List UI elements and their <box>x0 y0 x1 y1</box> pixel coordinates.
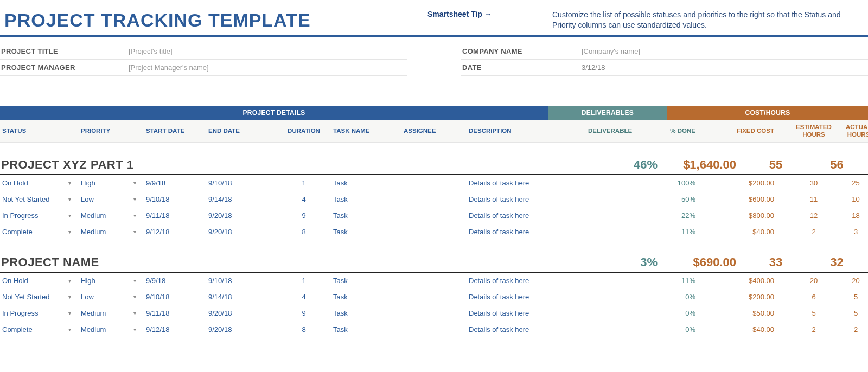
cell-pct-done[interactable]: 50% <box>646 193 705 206</box>
cell-assignee[interactable] <box>401 214 467 218</box>
cell-act[interactable]: 10 <box>844 193 868 206</box>
cell-start[interactable]: 9/9/18 <box>144 274 206 287</box>
cell-deliverable[interactable] <box>586 197 646 202</box>
cell-duration[interactable]: 8 <box>277 226 331 238</box>
cell-act[interactable]: 3 <box>844 226 868 238</box>
cell-status[interactable]: Not Yet Started▾ <box>0 193 79 206</box>
cell-start[interactable]: 9/10/18 <box>144 291 206 303</box>
cell-est[interactable]: 2 <box>784 323 844 336</box>
cell-assignee[interactable] <box>401 311 467 316</box>
cell-status[interactable]: Complete▾ <box>0 226 79 238</box>
cell-deliverable[interactable] <box>586 311 646 316</box>
cell-assignee[interactable] <box>401 295 467 299</box>
cell-cost[interactable]: $40.00 <box>705 226 784 238</box>
cell-task[interactable]: Task <box>331 193 401 206</box>
col-start[interactable]: START DATE <box>144 124 206 138</box>
cell-start[interactable]: 9/12/18 <box>144 323 206 336</box>
cell-duration[interactable]: 1 <box>277 274 331 287</box>
col-end[interactable]: END DATE <box>206 124 277 138</box>
cell-description[interactable]: Details of task here <box>467 209 586 222</box>
col-fixed-cost[interactable]: FIXED COST <box>705 124 784 138</box>
cell-description[interactable]: Details of task here <box>467 274 586 287</box>
cell-deliverable[interactable] <box>586 279 646 283</box>
cell-est[interactable]: 12 <box>784 209 844 222</box>
cell-pct-done[interactable]: 0% <box>646 323 705 336</box>
cell-priority[interactable]: Medium▾ <box>79 307 144 319</box>
cell-priority[interactable]: High▾ <box>79 177 144 189</box>
cell-priority[interactable]: High▾ <box>79 274 144 287</box>
cell-assignee[interactable] <box>401 181 467 185</box>
cell-description[interactable]: Details of task here <box>467 193 586 206</box>
cell-cost[interactable]: $50.00 <box>705 307 784 319</box>
cell-act[interactable]: 25 <box>844 177 868 189</box>
cell-deliverable[interactable] <box>586 214 646 218</box>
cell-end[interactable]: 9/10/18 <box>206 274 277 287</box>
cell-description[interactable]: Details of task here <box>467 177 586 189</box>
cell-cost[interactable]: $400.00 <box>705 274 784 287</box>
cell-pct-done[interactable]: 0% <box>646 307 705 319</box>
cell-end[interactable]: 9/20/18 <box>206 323 277 336</box>
cell-priority[interactable]: Low▾ <box>79 291 144 303</box>
cell-cost[interactable]: $800.00 <box>705 209 784 222</box>
cell-assignee[interactable] <box>401 230 467 234</box>
col-duration[interactable]: DURATION <box>277 124 331 138</box>
cell-task[interactable]: Task <box>331 307 401 319</box>
cell-end[interactable]: 9/10/18 <box>206 177 277 189</box>
cell-duration[interactable]: 1 <box>277 177 331 189</box>
smartsheet-tip-link[interactable]: Smartsheet Tip → <box>427 10 552 18</box>
cell-duration[interactable]: 8 <box>277 323 331 336</box>
col-pct-done[interactable]: % DONE <box>646 124 705 138</box>
cell-end[interactable]: 9/20/18 <box>206 209 277 222</box>
cell-pct-done[interactable]: 0% <box>646 291 705 303</box>
cell-end[interactable]: 9/20/18 <box>206 307 277 319</box>
cell-status[interactable]: On Hold▾ <box>0 274 79 287</box>
cell-status[interactable]: In Progress▾ <box>0 209 79 222</box>
cell-status[interactable]: Complete▾ <box>0 323 79 336</box>
cell-deliverable[interactable] <box>586 181 646 185</box>
cell-duration[interactable]: 4 <box>277 291 331 303</box>
cell-act[interactable]: 20 <box>844 274 868 287</box>
cell-task[interactable]: Task <box>331 177 401 189</box>
cell-priority[interactable]: Medium▾ <box>79 209 144 222</box>
cell-description[interactable]: Details of task here <box>467 291 586 303</box>
cell-duration[interactable]: 9 <box>277 307 331 319</box>
cell-end[interactable]: 9/14/18 <box>206 291 277 303</box>
col-priority[interactable]: PRIORITY <box>79 124 144 138</box>
cell-cost[interactable]: $40.00 <box>705 323 784 336</box>
cell-start[interactable]: 9/10/18 <box>144 193 206 206</box>
cell-est[interactable]: 20 <box>784 274 844 287</box>
cell-cost[interactable]: $200.00 <box>705 177 784 189</box>
cell-cost[interactable]: $200.00 <box>705 291 784 303</box>
cell-priority[interactable]: Medium▾ <box>79 323 144 336</box>
cell-act[interactable]: 2 <box>844 323 868 336</box>
cell-priority[interactable]: Medium▾ <box>79 226 144 238</box>
cell-description[interactable]: Details of task here <box>467 226 586 238</box>
cell-deliverable[interactable] <box>586 295 646 299</box>
cell-priority[interactable]: Low▾ <box>79 193 144 206</box>
cell-assignee[interactable] <box>401 328 467 332</box>
col-task[interactable]: TASK NAME <box>331 124 401 138</box>
cell-start[interactable]: 9/11/18 <box>144 209 206 222</box>
cell-act[interactable]: 5 <box>844 291 868 303</box>
cell-act[interactable]: 5 <box>844 307 868 319</box>
cell-est[interactable]: 2 <box>784 226 844 238</box>
cell-pct-done[interactable]: 11% <box>646 226 705 238</box>
cell-pct-done[interactable]: 22% <box>646 209 705 222</box>
col-description[interactable]: DESCRIPTION <box>467 124 586 138</box>
cell-task[interactable]: Task <box>331 209 401 222</box>
cell-start[interactable]: 9/12/18 <box>144 226 206 238</box>
cell-end[interactable]: 9/14/18 <box>206 193 277 206</box>
cell-description[interactable]: Details of task here <box>467 307 586 319</box>
cell-pct-done[interactable]: 11% <box>646 274 705 287</box>
cell-start[interactable]: 9/11/18 <box>144 307 206 319</box>
input-date[interactable]: 3/12/18 <box>582 63 867 72</box>
cell-duration[interactable]: 4 <box>277 193 331 206</box>
cell-cost[interactable]: $600.00 <box>705 193 784 206</box>
cell-deliverable[interactable] <box>586 328 646 332</box>
cell-duration[interactable]: 9 <box>277 209 331 222</box>
col-status[interactable]: STATUS <box>0 124 79 138</box>
cell-end[interactable]: 9/20/18 <box>206 226 277 238</box>
col-assignee[interactable]: ASSIGNEE <box>401 124 467 138</box>
cell-task[interactable]: Task <box>331 226 401 238</box>
cell-pct-done[interactable]: 100% <box>646 177 705 189</box>
